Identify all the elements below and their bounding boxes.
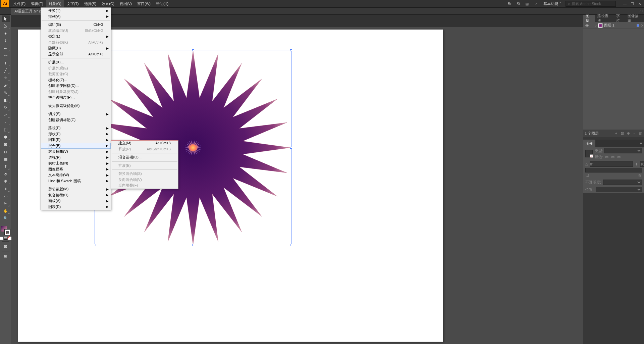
perspective-grid-tool[interactable]: ⊞ xyxy=(2,141,10,148)
menu-item[interactable]: 文本绕排(W)▶ xyxy=(41,172,111,178)
selection-handle[interactable] xyxy=(290,147,292,149)
mesh-tool[interactable]: ⊡ xyxy=(2,148,10,155)
new-layer-icon[interactable]: ▫ xyxy=(632,131,637,136)
gradient-mode-icon[interactable] xyxy=(4,237,7,240)
menu-文件[interactable]: 文件(F) xyxy=(11,0,28,7)
search-stock-input[interactable]: ⌕ 搜索 Adobe Stock xyxy=(566,1,616,7)
gradient-thumb[interactable] xyxy=(585,150,593,157)
menu-item[interactable]: 封套扭曲(V)▶ xyxy=(41,149,111,155)
menu-item[interactable]: 排列(A)▶ xyxy=(41,14,111,20)
menu-文字[interactable]: 文字(T) xyxy=(64,0,82,7)
blend-tool[interactable]: ⬘ xyxy=(2,170,10,177)
opacity-select[interactable] xyxy=(603,180,642,185)
menu-item[interactable]: 切片(S)▶ xyxy=(41,111,111,117)
menu-视图[interactable]: 视图(V) xyxy=(117,0,135,7)
color-mode-icon[interactable] xyxy=(0,237,3,240)
tab-gradient[interactable]: 渐变 xyxy=(583,140,595,147)
menu-item[interactable]: 实时上色(N)▶ xyxy=(41,160,111,166)
menu-item[interactable]: 扩展(X)... xyxy=(41,59,111,65)
menu-item[interactable]: 设为像素级优化(M) xyxy=(41,103,111,109)
menu-item[interactable]: 建立(M)Alt+Ctrl+B xyxy=(111,140,178,146)
hand-tool[interactable]: ✋ xyxy=(2,207,10,214)
delete-stop-icon[interactable]: 🗑 xyxy=(637,173,642,178)
tab-image-trace[interactable]: 图像描摹 xyxy=(625,15,644,22)
tab-layers[interactable]: 图层 xyxy=(583,15,595,22)
visibility-icon[interactable]: 👁 xyxy=(585,23,589,28)
pen-tool[interactable]: ✒ xyxy=(2,45,10,52)
minimize-button[interactable]: — xyxy=(622,1,628,6)
eraser-tool[interactable]: ◧ xyxy=(2,97,10,103)
type-tool[interactable]: T xyxy=(2,60,10,66)
magic-wand-tool[interactable]: ✦ xyxy=(2,30,10,37)
screen-mode-icon[interactable]: ⊞ xyxy=(2,253,10,259)
angle-input[interactable] xyxy=(590,161,633,167)
delete-layer-icon[interactable]: 🗑 xyxy=(638,131,643,136)
menu-编辑[interactable]: 编辑(E) xyxy=(28,0,46,7)
menu-item[interactable]: 画板(A)▶ xyxy=(41,198,111,204)
line-tool[interactable]: ╱ xyxy=(2,67,10,74)
gpu-icon[interactable]: ⟋ xyxy=(533,1,539,7)
make-clip-icon[interactable]: ⊡ xyxy=(620,131,625,136)
layer-row[interactable]: 👁 › 图层 1 xyxy=(583,22,644,29)
menu-item[interactable]: 显示全部Alt+Ctrl+3 xyxy=(41,51,111,57)
pencil-tool[interactable]: ✎ xyxy=(2,89,10,96)
menu-item[interactable]: 隐藏(H)▶ xyxy=(41,45,111,51)
menu-item[interactable]: 编组(G)Ctrl+G xyxy=(41,22,111,28)
menu-item[interactable]: 图表(R)▶ xyxy=(41,204,111,210)
ratio-input[interactable] xyxy=(640,161,644,167)
menu-item[interactable]: 路径(P)▶ xyxy=(41,125,111,131)
menu-item[interactable]: Line 和 Sketch 图稿▶ xyxy=(41,178,111,184)
layer-target-icon[interactable] xyxy=(637,24,639,27)
scale-tool[interactable]: ⤢ xyxy=(2,111,10,118)
zoom-tool[interactable]: 🔍 xyxy=(2,215,10,222)
fill-stroke-chips[interactable] xyxy=(1,226,10,235)
selection-handle[interactable] xyxy=(290,244,292,246)
gradient-tool[interactable]: ▦ xyxy=(2,156,10,162)
menu-item[interactable]: 创建裁切标记(C) xyxy=(41,117,111,123)
restore-button[interactable]: ❐ xyxy=(629,1,635,6)
menu-item[interactable]: 混合(B)▶ xyxy=(41,143,111,149)
selection-tool[interactable] xyxy=(2,15,10,22)
tab-prev-icon[interactable]: ‹ xyxy=(640,9,641,13)
menu-效果[interactable]: 效果(C) xyxy=(99,0,117,7)
menu-帮助[interactable]: 帮助(H) xyxy=(153,0,171,7)
menu-item[interactable]: 剪切蒙版(M)▶ xyxy=(41,186,111,192)
reverse-gradient-icon[interactable]: ⇄ xyxy=(585,173,590,178)
menu-窗口[interactable]: 窗口(W) xyxy=(135,0,153,7)
stroke-in-icon[interactable]: ▭ xyxy=(604,155,609,159)
tab-character[interactable]: 字符 xyxy=(614,15,626,22)
lasso-tool[interactable]: ⌇ xyxy=(2,38,10,44)
eyedropper-tool[interactable]: ⁋ xyxy=(2,163,10,170)
symbol-sprayer-tool[interactable]: ❋ xyxy=(2,178,10,185)
locate-icon[interactable]: ⌖ xyxy=(614,131,619,136)
position-select[interactable] xyxy=(596,187,642,192)
tab-next-icon[interactable]: › xyxy=(642,9,643,13)
arrange-docs-icon[interactable]: ▦ xyxy=(524,1,530,7)
stock-icon[interactable]: St xyxy=(515,1,521,7)
slice-tool[interactable]: ✂ xyxy=(2,200,10,207)
stroke-along-icon[interactable]: ▭ xyxy=(610,155,615,159)
stroke-chip[interactable] xyxy=(4,229,10,235)
free-transform-tool[interactable]: ⬚ xyxy=(2,126,10,133)
width-tool[interactable]: ⫞ xyxy=(2,119,10,126)
curvature-tool[interactable]: 〰 xyxy=(2,52,10,59)
rotate-tool[interactable]: ↻ xyxy=(2,104,10,111)
layer-selected-icon[interactable] xyxy=(641,24,643,27)
workspace-switcher[interactable]: 基本功能 ˇ xyxy=(541,1,563,6)
artboard-tool[interactable]: ▭ xyxy=(2,193,10,199)
gradient-type-select[interactable] xyxy=(604,148,642,153)
selection-handle[interactable] xyxy=(192,49,194,51)
direct-selection-tool[interactable] xyxy=(2,23,10,30)
menu-item[interactable]: 图像描摹▶ xyxy=(41,166,111,173)
tab-pathfinder[interactable]: 路径查找 xyxy=(595,15,614,22)
menu-对象[interactable]: 对象(O) xyxy=(46,0,64,7)
selection-handle[interactable] xyxy=(192,244,194,246)
menu-item[interactable]: 锁定(L)▶ xyxy=(41,34,111,40)
new-sublayer-icon[interactable]: ⊕ xyxy=(626,131,631,136)
expand-icon[interactable]: › xyxy=(595,23,597,28)
gradient-ramp[interactable] xyxy=(585,168,642,173)
menu-item[interactable]: 混合选项(O)... xyxy=(111,154,178,160)
menu-item[interactable]: 复合路径(O)▶ xyxy=(41,192,111,198)
selection-handle[interactable] xyxy=(290,49,292,51)
menu-item[interactable]: 拼合透明度(F)... xyxy=(41,95,111,101)
